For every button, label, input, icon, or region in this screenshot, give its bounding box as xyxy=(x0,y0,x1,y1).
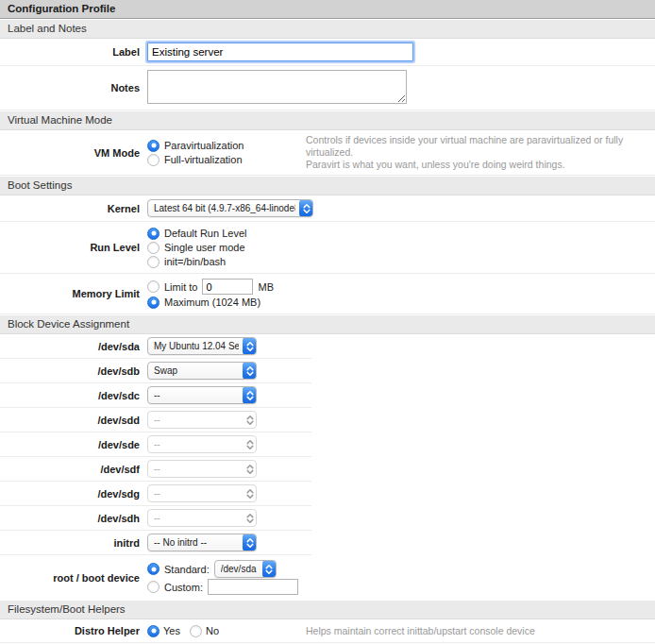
root-boot-standard-label: Standard: xyxy=(164,563,210,576)
vm-mode-row: VM Mode ParavirtualizationFull-virtualiz… xyxy=(0,130,655,176)
memory-limit-label: Memory Limit xyxy=(0,287,142,300)
vm-mode-1-option: Full-virtualization xyxy=(147,153,306,166)
root-boot-device-row: root / boot device Standard: /dev/sda Cu… xyxy=(0,555,311,600)
block-device-rows: /dev/sdaMy Ubuntu 12.04 Server/dev/sdbSw… xyxy=(0,334,655,555)
block-device-select-devsde-value: -- xyxy=(154,439,239,449)
block-device-label: /dev/sda xyxy=(0,340,142,353)
run-level-1-option-label: Single user mode xyxy=(164,241,245,254)
block-device-row-devsdf: /dev/sdf-- xyxy=(0,457,311,482)
page-title: Configuration Profile xyxy=(0,0,655,19)
vm-mode-help-line2: Paravirt is what you want, unless you're… xyxy=(306,159,646,171)
section-header-helpers: Filesystem/Boot Helpers xyxy=(0,601,655,619)
block-device-select-devsdg[interactable]: -- xyxy=(147,484,257,502)
block-device-select-devsdh-value: -- xyxy=(154,513,239,523)
notes-field-label: Notes xyxy=(0,81,142,94)
root-boot-custom-radio[interactable] xyxy=(147,581,160,593)
block-device-select-devsdf[interactable]: -- xyxy=(147,460,257,478)
block-device-field-cell: -- xyxy=(142,386,306,404)
block-device-label: initrd xyxy=(0,536,142,550)
block-device-field-cell: -- xyxy=(142,435,306,453)
block-device-label: /dev/sdh xyxy=(0,512,142,525)
root-boot-device-select[interactable]: /dev/sda xyxy=(214,560,277,578)
run-level-0-radio[interactable] xyxy=(147,228,160,240)
notes-textarea[interactable] xyxy=(147,70,407,104)
block-device-field-cell: -- xyxy=(142,509,306,527)
label-field-cell xyxy=(142,42,425,61)
block-device-select-devsda-value: My Ubuntu 12.04 Server xyxy=(154,341,239,351)
label-row: Label xyxy=(0,39,655,66)
block-device-label: /dev/sdc xyxy=(0,389,142,402)
run-level-1-radio[interactable] xyxy=(147,242,160,254)
block-device-select-devsdb[interactable]: Swap xyxy=(147,362,257,380)
run-level-2-radio[interactable] xyxy=(147,256,160,268)
vm-mode-options: ParavirtualizationFull-virtualization xyxy=(142,138,306,167)
select-stepper-icon xyxy=(243,460,257,478)
block-device-label: /dev/sdg xyxy=(0,487,142,500)
select-stepper-icon xyxy=(243,386,257,404)
helper-no-radio[interactable] xyxy=(190,625,202,637)
block-device-select-devsdd-value: -- xyxy=(154,415,239,425)
vm-mode-0-option: Paravirtualization xyxy=(147,139,306,152)
select-stepper-icon xyxy=(243,411,257,429)
root-boot-standard-option: Standard: /dev/sda xyxy=(147,560,306,578)
block-device-select-devsdg-value: -- xyxy=(154,488,239,499)
memory-limit-maximum-radio[interactable] xyxy=(147,297,160,309)
block-device-select-devsdf-value: -- xyxy=(154,464,239,474)
select-stepper-icon xyxy=(299,199,313,217)
select-stepper-icon xyxy=(243,509,257,527)
run-level-2-option: init=/bin/bash xyxy=(147,255,306,268)
yes-label: Yes xyxy=(163,624,180,637)
kernel-label: Kernel xyxy=(0,202,142,215)
select-stepper-icon xyxy=(262,560,277,578)
block-device-select-devsde[interactable]: -- xyxy=(147,435,257,453)
block-device-row-devsdg: /dev/sdg-- xyxy=(0,482,311,506)
kernel-row: Kernel Latest 64 bit (4.9.7-x86_64-linod… xyxy=(0,195,655,222)
run-level-row: Run Level Default Run LevelSingle user m… xyxy=(0,222,655,274)
memory-limit-unit: MB xyxy=(258,280,274,294)
select-stepper-icon xyxy=(243,362,257,380)
section-header-label-and-notes: Label and Notes xyxy=(0,20,655,39)
block-device-row-devsda: /dev/sdaMy Ubuntu 12.04 Server xyxy=(0,334,311,359)
memory-limit-limit-radio[interactable] xyxy=(147,280,160,293)
vm-mode-1-radio[interactable] xyxy=(147,154,160,166)
run-level-label: Run Level xyxy=(0,241,142,254)
helper-yes-radio[interactable] xyxy=(147,625,160,637)
block-device-select-devsdc[interactable]: -- xyxy=(147,386,257,404)
run-level-options: Default Run LevelSingle user modeinit=/b… xyxy=(142,226,306,269)
block-device-field-cell: -- xyxy=(142,460,306,478)
root-boot-device-field-cell: Standard: /dev/sda Custom: xyxy=(142,559,306,596)
label-input[interactable] xyxy=(147,42,413,61)
block-device-row-devsde: /dev/sde-- xyxy=(0,432,311,457)
block-device-field-cell: -- xyxy=(142,484,306,502)
select-stepper-icon xyxy=(243,337,257,355)
block-device-select-devsdb-value: Swap xyxy=(154,365,239,376)
memory-limit-row: Memory Limit Limit to MB Maximum (1024 M… xyxy=(0,274,655,314)
memory-limit-field-cell: Limit to MB Maximum (1024 MB) xyxy=(142,278,425,310)
vm-mode-1-option-label: Full-virtualization xyxy=(164,153,243,166)
block-device-row-initrd: initrd-- No initrd -- xyxy=(0,531,311,555)
block-device-select-devsdh[interactable]: -- xyxy=(147,509,257,527)
block-device-select-devsdd[interactable]: -- xyxy=(147,411,257,429)
helper-label: Distro Helper xyxy=(0,624,142,637)
helper-yes-no-group: YesNo xyxy=(142,624,306,637)
memory-limit-input[interactable] xyxy=(202,279,253,295)
kernel-select[interactable]: Latest 64 bit (4.9.7-x86_64-linode80) xyxy=(147,199,313,217)
section-header-block-devices: Block Device Assignment xyxy=(0,315,655,334)
root-boot-custom-label: Custom: xyxy=(164,581,203,594)
run-level-2-option-label: init=/bin/bash xyxy=(164,255,226,268)
block-device-row-devsdc: /dev/sdc-- xyxy=(0,383,311,408)
block-device-label: /dev/sdf xyxy=(0,463,142,476)
helper-help-text: Helps maintain correct inittab/upstart c… xyxy=(306,625,655,637)
no-label: No xyxy=(206,624,219,637)
kernel-field-cell: Latest 64 bit (4.9.7-x86_64-linode80) xyxy=(142,199,306,217)
root-boot-standard-radio[interactable] xyxy=(147,563,160,575)
root-boot-custom-input[interactable] xyxy=(208,579,298,595)
root-boot-device-label: root / boot device xyxy=(0,571,142,585)
vm-mode-0-radio[interactable] xyxy=(147,140,160,152)
vm-mode-help-line1: Controls if devices inside your virtual … xyxy=(306,134,646,159)
block-device-select-initrd[interactable]: -- No initrd -- xyxy=(147,534,257,551)
memory-limit-maximum-label: Maximum (1024 MB) xyxy=(164,296,260,309)
block-device-select-devsda[interactable]: My Ubuntu 12.04 Server xyxy=(147,337,257,355)
select-stepper-icon xyxy=(243,484,257,502)
run-level-0-option-label: Default Run Level xyxy=(164,227,246,240)
